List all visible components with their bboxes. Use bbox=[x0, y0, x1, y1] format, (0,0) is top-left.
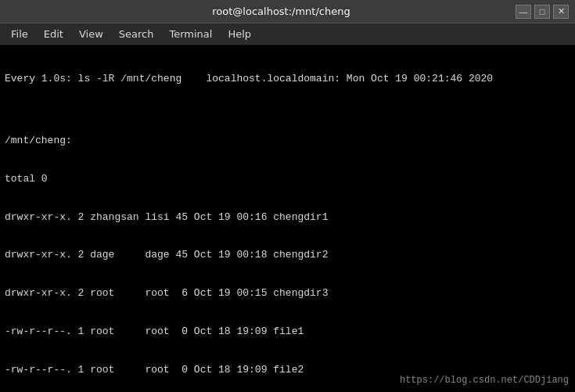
terminal-line: Every 1.0s: ls -lR /mnt/cheng localhost.… bbox=[5, 72, 570, 87]
title-bar: root@localhost:/mnt/cheng — □ ✕ bbox=[0, 0, 575, 23]
window-title: root@localhost:/mnt/cheng bbox=[47, 5, 516, 17]
maximize-button[interactable]: □ bbox=[534, 5, 550, 19]
terminal-line: /mnt/cheng: bbox=[5, 134, 570, 149]
minimize-button[interactable]: — bbox=[516, 5, 531, 19]
menu-file[interactable]: File bbox=[3, 27, 36, 41]
window-controls: — □ ✕ bbox=[516, 5, 569, 19]
terminal-line: drwxr-xr-x. 2 root root 6 Oct 19 00:15 c… bbox=[5, 286, 570, 301]
menu-terminal[interactable]: Terminal bbox=[161, 27, 220, 41]
menu-view[interactable]: View bbox=[71, 27, 111, 41]
menu-help[interactable]: Help bbox=[220, 27, 259, 41]
terminal-line: total 0 bbox=[5, 172, 570, 187]
watermark: https://blog.csdn.net/CDDjiang bbox=[400, 375, 569, 386]
terminal-line: drwxr-xr-x. 2 zhangsan lisi 45 Oct 19 00… bbox=[5, 210, 570, 225]
close-button[interactable]: ✕ bbox=[553, 5, 569, 19]
menu-search[interactable]: Search bbox=[111, 27, 162, 41]
terminal-line: -rw-r--r--. 1 root root 0 Oct 18 19:09 f… bbox=[5, 325, 570, 340]
menu-bar: File Edit View Search Terminal Help bbox=[0, 23, 575, 45]
terminal-line: drwxr-xr-x. 2 dage dage 45 Oct 19 00:18 … bbox=[5, 248, 570, 263]
terminal-output[interactable]: Every 1.0s: ls -lR /mnt/cheng localhost.… bbox=[0, 45, 575, 392]
menu-edit[interactable]: Edit bbox=[36, 27, 71, 41]
